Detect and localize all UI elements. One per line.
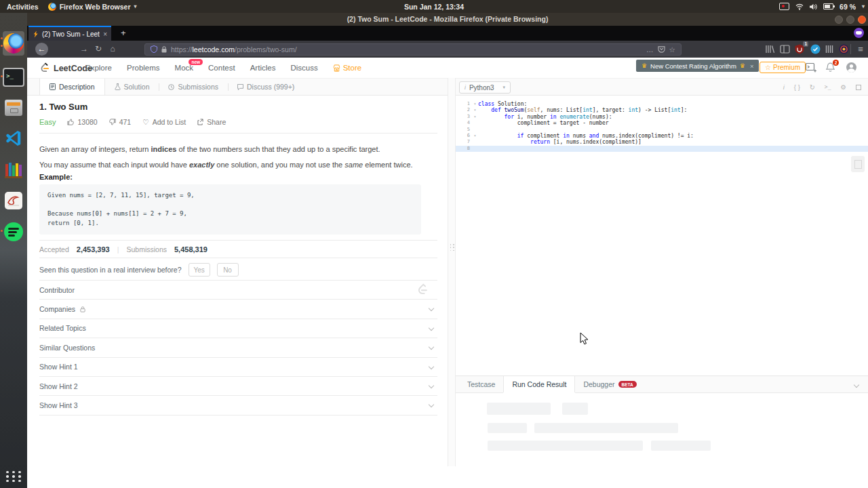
forward-button[interactable]: → bbox=[79, 41, 90, 58]
interview-icon[interactable] bbox=[806, 63, 816, 73]
section-similar-questions[interactable]: Similar Questions bbox=[39, 338, 437, 357]
announcement-banner[interactable]: ♛ New Contest Rating Algorithm ♛ × bbox=[636, 60, 759, 72]
nav-explore[interactable]: Explore bbox=[85, 64, 112, 72]
tab-solution[interactable]: Solution bbox=[105, 79, 159, 95]
code-line[interactable]: 3▾ for i, number in enumerate(nums): bbox=[456, 114, 868, 120]
nav-problems[interactable]: Problems bbox=[127, 64, 160, 72]
tab-submissions[interactable]: Submissions bbox=[159, 79, 228, 95]
hamburger-menu-icon[interactable]: ≡ bbox=[856, 41, 865, 58]
tab-discuss-999[interactable]: Discuss (999+) bbox=[228, 79, 304, 95]
minimize-button[interactable] bbox=[835, 16, 843, 24]
accordion-sections: ContributorCompaniesRelated TopicsSimila… bbox=[39, 280, 437, 415]
page-actions-icon[interactable]: … bbox=[646, 45, 654, 54]
share-button[interactable]: Share bbox=[197, 118, 226, 126]
screen: Activities Firefox Web Browser ▾ Sun Jan… bbox=[0, 0, 868, 488]
show-applications-button[interactable] bbox=[5, 468, 22, 485]
nav-mock[interactable]: Mocknew bbox=[175, 64, 193, 72]
nav-store[interactable]: Store bbox=[333, 64, 362, 72]
section-show-hint-2[interactable]: Show Hint 2 bbox=[39, 376, 437, 395]
section-related-topics[interactable]: Related Topics bbox=[39, 319, 437, 338]
new-tab-button[interactable]: + bbox=[117, 27, 130, 39]
no-button[interactable]: No bbox=[217, 263, 239, 277]
avatar[interactable] bbox=[846, 62, 856, 73]
home-button[interactable]: ⌂ bbox=[107, 41, 118, 58]
nav-label: Discuss bbox=[290, 64, 317, 72]
dock-terminal[interactable]: >_ bbox=[3, 65, 24, 89]
code-line[interactable]: 5 bbox=[456, 127, 868, 133]
code-editor[interactable]: 1▾class Solution:2▾ def twoSum(self, num… bbox=[456, 96, 868, 375]
browser-tab[interactable]: (2) Two Sum - LeetCode × bbox=[28, 26, 111, 41]
maximize-button[interactable] bbox=[846, 16, 854, 24]
nav-articles[interactable]: Articles bbox=[250, 64, 276, 72]
section-contributor[interactable]: Contributor bbox=[39, 280, 437, 299]
language-select[interactable]: i Python3 ▾ bbox=[459, 81, 511, 94]
dock-okular[interactable] bbox=[3, 188, 24, 213]
dislike-button[interactable]: 471 bbox=[109, 118, 132, 126]
fold-marker[interactable]: ▾ bbox=[472, 114, 478, 120]
section-show-hint-3[interactable]: Show Hint 3 bbox=[39, 395, 437, 415]
thumbs-up-icon bbox=[67, 119, 74, 125]
section-label: Show Hint 2 bbox=[39, 382, 78, 390]
code-line[interactable]: 2▾ def twoSum(self, nums: List[int], tar… bbox=[456, 107, 868, 113]
reset-code-icon[interactable]: ↻ bbox=[810, 83, 815, 91]
section-show-hint-1[interactable]: Show Hint 1 bbox=[39, 357, 437, 376]
console-icon[interactable]: >_ bbox=[825, 84, 831, 90]
reload-button[interactable]: ↻ bbox=[93, 41, 104, 58]
notifications-bell[interactable]: 2 bbox=[826, 62, 835, 72]
dock-firefox[interactable] bbox=[3, 31, 24, 56]
code-line[interactable]: 4 compliment = target - number bbox=[456, 120, 868, 126]
window-titlebar[interactable]: (2) Two Sum - LeetCode - Mozilla Firefox… bbox=[27, 13, 868, 26]
code-line[interactable]: 1▾class Solution: bbox=[456, 101, 868, 107]
fold-marker[interactable]: ▾ bbox=[472, 101, 478, 107]
add-to-list-button[interactable]: ♡ Add to List bbox=[142, 118, 186, 126]
nav-label: Explore bbox=[85, 64, 112, 72]
back-button[interactable]: ← bbox=[35, 43, 48, 56]
nav-contest[interactable]: Contest bbox=[208, 64, 235, 72]
collapse-chevron-icon[interactable] bbox=[854, 382, 859, 388]
ublock-icon[interactable]: 1 bbox=[795, 44, 805, 54]
section-label: Show Hint 3 bbox=[39, 401, 78, 409]
editor-info-icon[interactable]: i bbox=[783, 83, 785, 91]
system-tray[interactable]: 69 % ▾ bbox=[779, 0, 865, 13]
containers-icon[interactable] bbox=[825, 44, 835, 54]
panel-resize-handle[interactable] bbox=[448, 78, 456, 466]
fold-marker[interactable]: ▾ bbox=[472, 133, 478, 139]
leetcode-logo[interactable]: LeetCode bbox=[39, 62, 92, 74]
tab-close-icon[interactable]: × bbox=[103, 30, 107, 38]
dock-vscode[interactable] bbox=[3, 126, 24, 150]
editor-toolbar: i Python3 ▾ i { } ↻ >_ ⚙ bbox=[456, 78, 868, 96]
tab-description[interactable]: Description bbox=[39, 79, 105, 95]
clock[interactable]: Sun Jan 12, 13:34 bbox=[0, 3, 868, 11]
code-line[interactable]: 7 return [i, nums.index(compliment)] bbox=[456, 139, 868, 145]
url-bar[interactable]: https://leetcode.com/problems/two-sum/ …… bbox=[144, 43, 682, 56]
divider bbox=[39, 240, 437, 241]
library-icon[interactable] bbox=[765, 44, 775, 54]
bookmark-star-icon[interactable]: ☆ bbox=[669, 45, 675, 54]
fold-marker[interactable]: ▾ bbox=[472, 107, 478, 113]
nav-discuss[interactable]: Discuss bbox=[290, 64, 317, 72]
premium-button[interactable]: ☆ Premium bbox=[760, 62, 806, 73]
dock-spotify[interactable] bbox=[3, 220, 24, 244]
fold-marker bbox=[472, 120, 478, 126]
pocket-icon[interactable] bbox=[658, 45, 665, 53]
fullscreen-icon[interactable] bbox=[856, 85, 861, 90]
like-button[interactable]: 13080 bbox=[67, 118, 97, 126]
privacy-extension-icon[interactable] bbox=[839, 44, 849, 54]
sidebar-icon[interactable] bbox=[780, 44, 790, 54]
close-button[interactable] bbox=[858, 16, 866, 24]
code-line[interactable]: 8 bbox=[456, 146, 868, 152]
dock-files[interactable] bbox=[3, 96, 24, 120]
editor-floating-widget[interactable] bbox=[851, 156, 865, 172]
yes-button[interactable]: Yes bbox=[189, 263, 210, 277]
dock-books[interactable] bbox=[3, 157, 24, 182]
extension-check-icon[interactable] bbox=[810, 44, 821, 54]
console-tab-run-code-result[interactable]: Run Code Result bbox=[503, 376, 575, 392]
console-tab-debugger[interactable]: DebuggerBETA bbox=[575, 376, 644, 392]
tab-label: Solution bbox=[124, 83, 150, 91]
console-tab-testcase[interactable]: Testcase bbox=[459, 376, 503, 392]
banner-close-icon[interactable]: × bbox=[750, 62, 754, 70]
code-line[interactable]: 6▾ if compliment in nums and nums.index(… bbox=[456, 133, 868, 139]
format-braces-icon[interactable]: { } bbox=[794, 83, 800, 91]
section-companies[interactable]: Companies bbox=[39, 299, 437, 318]
settings-gear-icon[interactable]: ⚙ bbox=[840, 83, 846, 91]
